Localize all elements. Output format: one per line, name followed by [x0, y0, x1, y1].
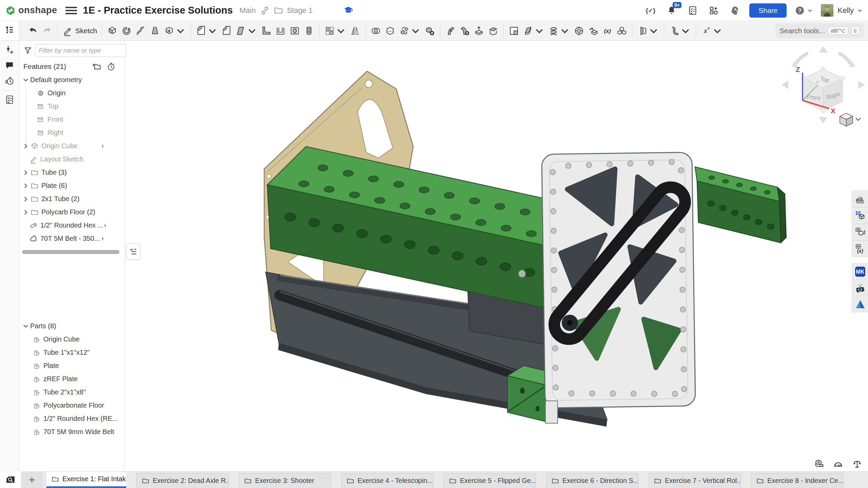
part-item-origin-cube[interactable]: Origin Cube — [19, 333, 124, 346]
feature-item-default-geometry[interactable]: Default geometry — [19, 73, 124, 86]
offset-surface-tool[interactable] — [472, 23, 486, 38]
enclose-tool[interactable] — [586, 23, 600, 38]
tab-search-button[interactable] — [0, 471, 21, 488]
featurescript-versions-icon[interactable]: {✓} — [644, 4, 657, 17]
helix-tool[interactable] — [546, 23, 572, 38]
user-name[interactable]: Kelly — [837, 6, 854, 15]
chevron-down-icon[interactable] — [335, 25, 346, 36]
custom-table-variables-button[interactable]: (x) — [852, 240, 868, 257]
custom-table-cube-button[interactable] — [852, 207, 868, 224]
appearance-panel-button[interactable] — [852, 191, 868, 207]
feature-item-origin-cube[interactable]: Origin Cube — [19, 139, 124, 153]
feature-item-right[interactable]: Right — [19, 126, 124, 139]
feature-item-polycarb-floor-2[interactable]: Polycarb Floor (2) — [19, 206, 124, 219]
loft-tool[interactable] — [148, 23, 162, 38]
feature-item-70t-5m-belt-350[interactable]: 70T 5M Belt - 350... — [19, 232, 124, 245]
chevron-down-icon[interactable] — [712, 25, 723, 36]
notifications-bell-icon[interactable]: 9+ — [665, 4, 678, 17]
rollback-handle[interactable] — [103, 220, 107, 231]
move-face-tool[interactable] — [443, 23, 458, 38]
thicken-tool[interactable] — [162, 23, 188, 38]
help-menu[interactable]: ? — [795, 4, 813, 17]
revolve-tool[interactable] — [119, 23, 134, 38]
chevron-down-icon[interactable] — [680, 25, 691, 36]
feature-item-layout-sketch[interactable]: Layout Sketch — [19, 153, 124, 166]
chevron-down-icon[interactable] — [207, 25, 218, 36]
tab-exercise-3[interactable]: Exercise 3: Shooter — [239, 473, 331, 488]
ai-advisor-icon[interactable] — [728, 4, 741, 17]
custom-table-braces-button[interactable] — [852, 224, 868, 240]
feature-item-2x1-tube-2[interactable]: 2x1 Tube (2) — [19, 192, 124, 206]
mirror-tool[interactable] — [348, 23, 362, 38]
extrude-tool[interactable] — [105, 23, 119, 38]
filter-funnel-icon[interactable] — [23, 46, 32, 55]
fillet-tool[interactable] — [194, 23, 219, 38]
part-item-plate[interactable]: Plate — [19, 359, 124, 372]
delete-face-tool[interactable] — [458, 23, 472, 38]
mk-app-button[interactable]: MK — [852, 263, 868, 280]
delete-part-tool[interactable] — [423, 23, 437, 38]
chevron-down-icon[interactable] — [175, 25, 186, 36]
chevron-down-icon[interactable] — [410, 25, 421, 36]
user-menu-chevron-icon[interactable] — [857, 8, 863, 13]
tab-exercise-7[interactable]: Exercise 7 - Vertical Rol... — [649, 473, 741, 488]
part-item-zref-plate[interactable]: zREF Plate — [19, 372, 124, 386]
rollback-handle[interactable] — [101, 141, 105, 151]
feature-item-1-2-rounded-hex[interactable]: 1/2" Rounded Hex ... — [19, 219, 124, 232]
link-icon[interactable] — [258, 4, 271, 17]
composite-part-tool[interactable] — [615, 23, 629, 38]
part-item-tube-2-x1-x8[interactable]: Tube 2"x1"x8" — [19, 386, 124, 399]
tab-exercise-2[interactable]: Exercise 2: Dead Axle R... — [136, 473, 229, 488]
main-menu-icon[interactable] — [65, 5, 77, 16]
add-folder-icon[interactable] — [92, 62, 101, 71]
tab-exercise-6[interactable]: Exercise 6 - Direction S... — [546, 473, 638, 488]
protractor-icon[interactable] — [832, 458, 844, 470]
rollback-handle[interactable] — [101, 234, 105, 244]
add-tab-button[interactable] — [21, 471, 43, 488]
tape-measure-icon[interactable] — [813, 458, 825, 470]
history-icon[interactable] — [2, 73, 17, 89]
feature-item-top[interactable]: Top — [19, 100, 124, 113]
scale-balance-icon[interactable] — [851, 458, 863, 470]
sketch-tool[interactable]: Sketch — [61, 23, 99, 38]
boolean-tool[interactable] — [369, 23, 383, 38]
feature-item-plate-6[interactable]: Plate (6) — [19, 179, 124, 192]
filter-input[interactable] — [35, 44, 126, 57]
tab-exercise-8[interactable]: Exercise 8 - Indexer Ce... — [751, 473, 843, 488]
custom-feature-tool[interactable]: x+ — [699, 23, 725, 38]
panel-collapse-button[interactable] — [126, 243, 140, 260]
user-avatar[interactable] — [821, 4, 833, 17]
apps-grid-icon[interactable] — [707, 4, 720, 17]
breadcrumb-location[interactable]: Stage 1 — [287, 6, 313, 15]
comments-icon[interactable] — [2, 58, 17, 73]
robot-app-button[interactable] — [852, 280, 868, 297]
feature-item-origin[interactable]: Origin — [19, 86, 124, 100]
feature-list-toggle[interactable] — [0, 21, 19, 41]
tasks-icon[interactable] — [686, 4, 699, 17]
chevron-down-icon[interactable] — [534, 25, 545, 36]
surface-extrude-tool[interactable] — [521, 23, 546, 38]
model-viewport[interactable]: Top Front Right Y Z X — [125, 41, 868, 471]
transform-tool[interactable] — [397, 23, 423, 38]
replace-face-tool[interactable] — [486, 23, 500, 38]
versions-checklist-icon[interactable] — [2, 92, 17, 108]
rollback-icon[interactable] — [106, 62, 116, 71]
rib-tool[interactable] — [259, 23, 273, 38]
redo-tool[interactable] — [40, 23, 54, 38]
chevron-down-icon[interactable] — [247, 25, 257, 36]
part-item-tube-1-x1-x12[interactable]: Tube 1"x1"x12" — [19, 346, 124, 359]
sheet-metal-tool[interactable] — [667, 23, 693, 38]
fill-surface-tool[interactable] — [507, 23, 521, 38]
search-tools-button[interactable]: Search tools... alt/⌥ c — [775, 23, 864, 38]
tab-exercise-4[interactable]: Exercise 4 - Telescopin... — [341, 473, 433, 488]
parts-heading-row[interactable]: Parts (8) — [19, 319, 124, 333]
feature-item-front[interactable]: Front — [19, 113, 124, 126]
part-item-1-2-rounded-hex-re[interactable]: 1/2" Rounded Hex (RE... — [19, 412, 124, 425]
chamfer-tool[interactable] — [219, 23, 234, 38]
insert-item-icon[interactable] — [2, 42, 17, 58]
horizontal-scrollbar[interactable] — [22, 250, 119, 254]
variable-tool[interactable]: (x) — [600, 23, 615, 38]
undo-tool[interactable] — [26, 23, 40, 38]
chevron-down-icon[interactable] — [648, 25, 659, 36]
hole-tool[interactable] — [288, 23, 302, 38]
